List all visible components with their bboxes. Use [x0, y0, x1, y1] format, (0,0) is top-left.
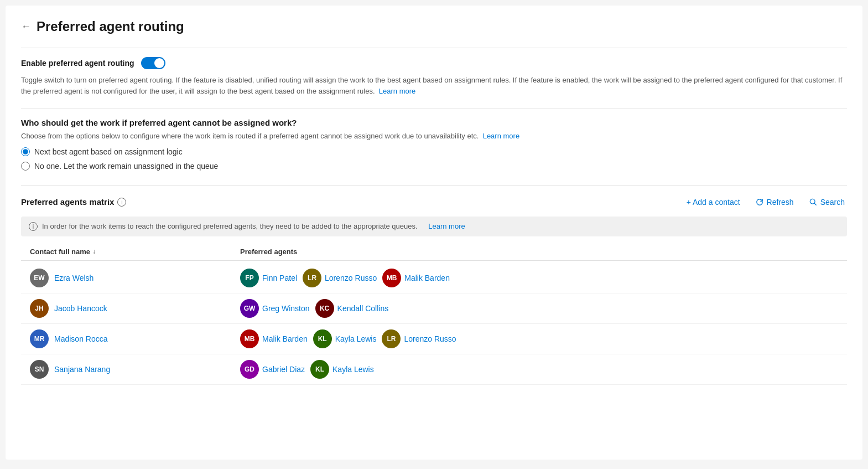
routing-title: Who should get the work if preferred age…	[21, 118, 847, 127]
agent-item: MBMalik Barden	[240, 329, 308, 348]
agent-name[interactable]: Malik Barden	[262, 334, 308, 343]
contact-name[interactable]: Sanjana Narang	[54, 365, 110, 374]
routing-description: Choose from the options below to configu…	[21, 131, 847, 142]
page-header: ← Preferred agent routing	[21, 19, 847, 34]
agent-avatar: FP	[240, 269, 259, 287]
agent-avatar: LR	[382, 329, 401, 348]
agent-item: KCKendall Collins	[315, 299, 389, 318]
contact-name[interactable]: Jacob Hancock	[54, 304, 107, 313]
contact-cell: EWEzra Welsh	[30, 269, 240, 287]
enable-toggle[interactable]	[141, 57, 165, 69]
notice-bar: i In order for the work items to reach t…	[21, 217, 847, 236]
agent-item: KLKayla Lewis	[310, 360, 374, 379]
search-button[interactable]: Search	[807, 194, 847, 210]
agent-name[interactable]: Greg Winston	[262, 304, 310, 313]
routing-learn-more[interactable]: Learn more	[483, 132, 519, 140]
contact-name[interactable]: Madison Rocca	[54, 334, 108, 343]
matrix-section: Preferred agents matrix i + Add a contac…	[21, 185, 847, 385]
agent-item: LRLorenzo Russo	[382, 329, 456, 348]
agents-cell: MBMalik BardenKLKayla LewisLRLorenzo Rus…	[240, 329, 838, 348]
sort-arrow: ↓	[92, 248, 96, 255]
agents-cell: FPFinn PatelLRLorenzo RussoMBMalik Barde…	[240, 269, 838, 287]
table-row: MRMadison RoccaMBMalik BardenKLKayla Lew…	[21, 324, 847, 354]
agent-name[interactable]: Finn Patel	[262, 274, 297, 282]
refresh-icon	[756, 198, 763, 206]
agent-name[interactable]: Gabriel Diaz	[262, 365, 305, 374]
notice-info-icon: i	[29, 222, 38, 231]
toggle-learn-more[interactable]: Learn more	[379, 87, 415, 95]
agent-item: GDGabriel Diaz	[240, 360, 305, 379]
agent-name[interactable]: Lorenzo Russo	[325, 274, 377, 282]
table-row: EWEzra WelshFPFinn PatelLRLorenzo RussoM…	[21, 263, 847, 293]
agent-item: FPFinn Patel	[240, 269, 297, 287]
agent-name[interactable]: Kayla Lewis	[332, 365, 374, 374]
add-contact-button[interactable]: + Add a contact	[684, 194, 742, 210]
agent-name[interactable]: Kendall Collins	[337, 304, 389, 313]
contact-cell: MRMadison Rocca	[30, 329, 240, 348]
matrix-header: Preferred agents matrix i + Add a contac…	[21, 194, 847, 210]
contact-cell: SNSanjana Narang	[30, 360, 240, 379]
toggle-section: Enable preferred agent routing Toggle sw…	[21, 48, 847, 109]
agent-item: KLKayla Lewis	[313, 329, 377, 348]
column-agents: Preferred agents	[240, 248, 838, 256]
contact-avatar: SN	[30, 360, 49, 379]
table-headers: Contact full name ↓ Preferred agents	[21, 243, 847, 261]
contact-cell: JHJacob Hancock	[30, 299, 240, 318]
contact-avatar: MR	[30, 329, 49, 348]
agent-avatar: MB	[382, 269, 401, 287]
agent-avatar: GD	[240, 360, 259, 379]
toggle-label: Enable preferred agent routing	[21, 59, 134, 68]
agent-avatar: MB	[240, 329, 259, 348]
table-body: EWEzra WelshFPFinn PatelLRLorenzo RussoM…	[21, 263, 847, 385]
agent-item: MBMalik Barden	[382, 269, 450, 287]
agent-name[interactable]: Malik Barden	[404, 274, 450, 282]
agent-avatar: KL	[313, 329, 332, 348]
column-contact: Contact full name ↓	[30, 248, 240, 256]
toggle-row: Enable preferred agent routing	[21, 57, 847, 69]
toggle-description: Toggle switch to turn on preferred agent…	[21, 75, 847, 96]
notice-learn-more[interactable]: Learn more	[428, 222, 465, 230]
agent-name[interactable]: Kayla Lewis	[335, 334, 377, 343]
radio-no-one[interactable]: No one. Let the work remain unassigned i…	[21, 162, 847, 171]
agent-avatar: KL	[310, 360, 329, 379]
contact-avatar: EW	[30, 269, 49, 287]
matrix-title: Preferred agents matrix	[21, 197, 114, 207]
agents-cell: GDGabriel DiazKLKayla Lewis	[240, 360, 838, 379]
agent-item: LRLorenzo Russo	[303, 269, 377, 287]
routing-section: Who should get the work if preferred age…	[21, 109, 847, 185]
refresh-button[interactable]: Refresh	[753, 194, 796, 210]
table-row: JHJacob HancockGWGreg WinstonKCKendall C…	[21, 293, 847, 324]
matrix-actions: + Add a contact Refresh Search	[684, 194, 847, 210]
agents-cell: GWGreg WinstonKCKendall Collins	[240, 299, 838, 318]
radio-no-one-label: No one. Let the work remain unassigned i…	[34, 162, 218, 171]
radio-next-best-label: Next best agent based on assignment logi…	[34, 147, 183, 156]
table-row: SNSanjana NarangGDGabriel DiazKLKayla Le…	[21, 354, 847, 385]
back-button[interactable]: ←	[21, 21, 31, 33]
contact-name[interactable]: Ezra Welsh	[54, 274, 93, 282]
notice-text: In order for the work items to reach the…	[42, 222, 418, 230]
agent-item: GWGreg Winston	[240, 299, 310, 318]
agent-avatar: GW	[240, 299, 259, 318]
contact-avatar: JH	[30, 299, 49, 318]
page-container: ← Preferred agent routing Enable preferr…	[6, 6, 862, 460]
matrix-title-row: Preferred agents matrix i	[21, 197, 126, 207]
radio-next-best[interactable]: Next best agent based on assignment logi…	[21, 147, 847, 156]
search-icon	[809, 198, 817, 206]
svg-line-1	[814, 203, 816, 205]
page-title: Preferred agent routing	[37, 19, 184, 34]
matrix-info-icon[interactable]: i	[117, 198, 126, 207]
agent-avatar: KC	[315, 299, 334, 318]
agent-name[interactable]: Lorenzo Russo	[404, 334, 456, 343]
matrix-table: Contact full name ↓ Preferred agents EWE…	[21, 243, 847, 385]
agent-avatar: LR	[303, 269, 321, 287]
